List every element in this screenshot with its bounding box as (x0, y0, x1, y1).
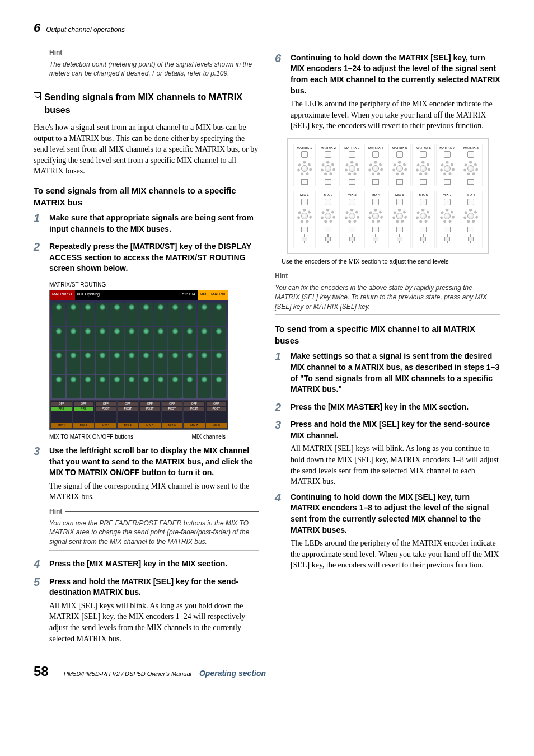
on-button (444, 151, 451, 158)
step-title: Make settings so that a signal is sent f… (291, 351, 500, 395)
encoder-knob-icon (345, 209, 359, 223)
encoder-label: MIX 1 (300, 192, 309, 197)
on-button (372, 199, 379, 205)
step-4: 4 Press the [MIX MASTER] key in the MIX … (34, 558, 259, 572)
figure-caption: Use the encoders of the MIX section to a… (282, 257, 500, 266)
fader-icon (352, 234, 353, 243)
step-5: 5 Press and hold the MATRIX [SEL] key fo… (34, 576, 259, 645)
screenshot-header: MATRIX/ST 001 Opening 5:29:04 MIX MATRIX (50, 290, 228, 300)
footer-manual-title: PM5D/PM5D-RH V2 / DSP5D Owner's Manual (57, 670, 191, 678)
step-number: 4 (275, 492, 285, 571)
on-button (301, 199, 308, 205)
on-button (444, 199, 451, 205)
encoder-label: MATRIX 7 (439, 145, 455, 150)
encoder-strip: MIX 7 (436, 191, 459, 247)
encoder-knob-icon (345, 161, 359, 176)
hint-label: Hint (49, 48, 62, 58)
step-2: 2 Repeatedly press the [MATRIX/ST] key o… (34, 241, 259, 276)
fader-icon (447, 234, 448, 243)
hint-box-2: Hint You can use the PRE FADER/POST FADE… (49, 507, 259, 551)
screenshot-annotations: MIX TO MATRIX ON/OFF buttons MIX channel… (49, 433, 259, 441)
sel-button (467, 179, 474, 185)
step-number: 5 (34, 576, 44, 645)
step-title: Repeatedly press the [MATRIX/ST] key of … (49, 241, 259, 274)
encoder-knob-icon (392, 209, 407, 223)
encoder-label: MIX 8 (466, 192, 475, 197)
sel-button (372, 179, 379, 185)
hint-box-3: Hint You can fix the encoders in the abo… (275, 271, 500, 315)
step-title: Press and hold the MIX [SEL] key for the… (291, 419, 500, 441)
encoder-label: MATRIX 1 (297, 145, 312, 150)
sel-button (420, 227, 427, 232)
step-number: 3 (275, 419, 285, 487)
on-button (325, 151, 331, 158)
hint-text: The detection point (metering point) of … (49, 58, 259, 83)
on-button (349, 151, 355, 158)
footer-page-num: 58 (34, 662, 49, 681)
sc-knob-grid (50, 300, 228, 400)
encoder-knob-icon (416, 161, 430, 176)
step-desc: The signal of the corresponding MIX chan… (49, 481, 259, 503)
page-header: 6 Output channel operations (34, 17, 500, 37)
sel-button (467, 227, 474, 232)
encoder-knob-icon (321, 209, 335, 223)
encoder-label: MATRIX 5 (392, 145, 407, 150)
on-button (396, 151, 403, 158)
screenshot-label: MATRIX/ST ROUTING (49, 281, 259, 289)
encoder-label: MIX 4 (371, 192, 380, 197)
sel-button (396, 179, 403, 185)
r-step-2: 2 Press the [MIX MASTER] key in the MIX … (275, 402, 500, 415)
encoder-strip: MIX 8 (460, 191, 483, 247)
encoder-label: MATRIX 8 (463, 145, 479, 150)
encoder-label: MATRIX 4 (368, 145, 383, 150)
encoder-strip: MATRIX 1 (293, 144, 316, 186)
encoder-strip: MATRIX 3 (341, 144, 364, 186)
encoder-knob-icon (297, 209, 312, 223)
section-heading: Sending signals from MIX channels to MAT… (34, 91, 259, 116)
step-title: Continuing to hold down the MATRIX [SEL]… (291, 53, 500, 96)
sc-meter-matrix: MATRIX (209, 290, 228, 300)
step-number: 6 (275, 53, 285, 132)
on-button (325, 199, 331, 205)
encoder-knob-icon (368, 161, 383, 176)
on-button (372, 151, 379, 158)
on-button (420, 199, 427, 205)
subheading-1: To send signals from all MIX channels to… (34, 185, 259, 208)
step-desc: The LEDs around the periphery of the MIX… (291, 98, 500, 132)
header-title: Output channel operations (46, 25, 125, 35)
sel-button (325, 179, 331, 185)
sel-button (301, 179, 308, 185)
sc-time: 5:29:04 (180, 290, 197, 300)
step-desc: The LEDs around the periphery of the MAT… (291, 538, 500, 571)
on-button (467, 199, 474, 205)
hint-label: Hint (275, 271, 288, 281)
footer-section: Operating section (199, 668, 266, 679)
encoder-strip: MATRIX 6 (412, 144, 435, 186)
step-number: 1 (34, 213, 44, 237)
fader-icon (470, 234, 471, 243)
fader-icon (375, 234, 376, 243)
step-title: Press the [MIX MASTER] key in the MIX se… (49, 558, 259, 570)
encoder-strip: MIX 6 (412, 191, 435, 247)
encoder-knob-icon (463, 161, 478, 176)
step-number: 2 (34, 241, 44, 276)
encoder-knob-icon (440, 209, 455, 223)
on-button (301, 151, 308, 158)
encoder-strip: MIX 2 (317, 191, 340, 247)
sel-button (396, 227, 403, 232)
step-title: Use the left/right scroll bar to display… (49, 445, 259, 478)
matrix-routing-screenshot: MATRIX/ST 001 Opening 5:29:04 MIX MATRIX… (49, 290, 228, 430)
sel-button (325, 227, 331, 232)
encoder-label: MATRIX 2 (321, 145, 336, 150)
encoder-knob-icon (463, 209, 478, 223)
encoder-label: MIX 2 (324, 192, 332, 197)
encoder-strip: MATRIX 4 (364, 144, 387, 186)
fader-icon (327, 234, 329, 243)
subheading-2: To send from a specific MIX channel to a… (275, 323, 500, 346)
encoder-label: MATRIX 3 (344, 145, 359, 150)
step-title: Make sure that appropriate signals are b… (49, 213, 259, 234)
r-step-1: 1 Make settings so that a signal is sent… (275, 351, 500, 397)
encoder-knob-icon (440, 161, 455, 176)
encoder-label: MIX 6 (419, 192, 428, 197)
sel-button (349, 227, 355, 232)
